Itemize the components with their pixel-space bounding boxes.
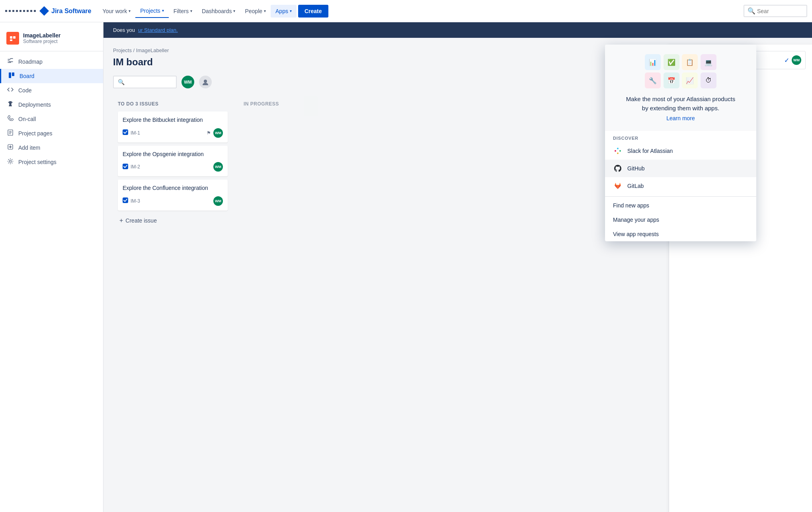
card-avatar: WM bbox=[213, 128, 223, 138]
project-header[interactable]: ImageLabeller Software project bbox=[0, 29, 103, 51]
roadmap-icon bbox=[6, 58, 14, 66]
create-issue-button[interactable]: + Create issue bbox=[118, 214, 228, 227]
card-im2-id: IM-2 bbox=[131, 164, 140, 170]
chevron-down-icon: ▾ bbox=[233, 9, 235, 13]
sidebar-label-projectsettings: Project settings bbox=[18, 159, 57, 165]
waffle-menu[interactable] bbox=[5, 10, 36, 12]
svg-rect-3 bbox=[10, 39, 12, 41]
svg-rect-6 bbox=[9, 103, 12, 104]
illus-tile: ⏱ bbox=[701, 72, 716, 88]
apps-item-github[interactable]: GitHub bbox=[605, 160, 756, 177]
board-search-input[interactable] bbox=[125, 79, 164, 85]
filters-nav[interactable]: Filters ▾ bbox=[169, 5, 197, 18]
additem-icon bbox=[6, 144, 14, 152]
sidebar-item-board[interactable]: Board bbox=[0, 69, 103, 83]
jira-logo[interactable]: Jira Software bbox=[39, 6, 91, 16]
svg-point-15 bbox=[204, 80, 207, 83]
oncall-icon bbox=[6, 115, 14, 123]
illus-tile: 📋 bbox=[682, 54, 698, 70]
sidebar-item-roadmap[interactable]: Roadmap bbox=[0, 55, 103, 69]
github-icon bbox=[613, 164, 623, 173]
card-im1-footer: IM-1 ⚑ WM bbox=[123, 128, 223, 138]
your-work-nav[interactable]: Your work ▾ bbox=[98, 5, 135, 18]
project-type: Software project bbox=[23, 39, 61, 44]
sidebar-item-projectpages[interactable]: Project pages bbox=[0, 126, 103, 141]
card-im2-footer: IM-2 WM bbox=[123, 162, 223, 172]
chevron-down-icon: ▾ bbox=[264, 9, 266, 13]
main-content: Does you ur Standard plan. Projects / Im… bbox=[103, 22, 812, 512]
illus-tile: 💻 bbox=[701, 54, 716, 70]
apps-find-new[interactable]: Find new apps bbox=[605, 198, 756, 213]
logo-text: Jira Software bbox=[51, 8, 91, 15]
projectsettings-icon bbox=[6, 158, 14, 166]
svg-point-14 bbox=[10, 160, 12, 162]
code-icon bbox=[6, 86, 14, 94]
checkbox-icon bbox=[123, 129, 128, 136]
board-search[interactable]: 🔍 bbox=[113, 76, 177, 88]
sidebar-item-deployments[interactable]: Deployments bbox=[0, 98, 103, 112]
plus-icon: + bbox=[119, 217, 123, 224]
apps-view-requests[interactable]: View app requests bbox=[605, 227, 756, 241]
apps-item-gitlab-label: GitLab bbox=[627, 183, 644, 189]
card-im2[interactable]: Explore the Opsgenie integration IM-2 WM bbox=[118, 146, 228, 177]
card-im3-title: Explore the Confluence integration bbox=[123, 184, 223, 192]
checkbox-icon bbox=[123, 164, 128, 170]
illus-tile: 🔧 bbox=[645, 72, 661, 88]
apps-dropdown: 📊 ✅ 📋 💻 🔧 📅 📈 ⏱ Make the most of your At… bbox=[605, 45, 756, 241]
sidebar-label-board: Board bbox=[20, 73, 34, 79]
svg-rect-2 bbox=[13, 36, 16, 39]
column-todo: TO DO 3 ISSUES Explore the Bitbucket int… bbox=[113, 96, 232, 232]
sidebar-label-projectpages: Project pages bbox=[18, 130, 53, 137]
sidebar-item-additem[interactable]: Add item bbox=[0, 141, 103, 155]
sidebar-label-deployments: Deployments bbox=[18, 102, 51, 108]
apps-tiles-grid: 📊 ✅ 📋 💻 🔧 📅 📈 ⏱ bbox=[645, 54, 716, 88]
top-navigation: Jira Software Your work ▾ Projects ▾ Fil… bbox=[0, 0, 812, 22]
card-im3[interactable]: Explore the Confluence integration IM-3 … bbox=[118, 180, 228, 211]
card-im1[interactable]: Explore the Bitbucket integration IM-1 ⚑ bbox=[118, 111, 228, 143]
breadcrumb-separator: / bbox=[133, 47, 136, 53]
card-im3-id: IM-3 bbox=[131, 198, 140, 204]
search-bar[interactable]: 🔍 bbox=[744, 5, 807, 17]
banner-link[interactable]: ur Standard plan. bbox=[138, 27, 178, 33]
slack-icon bbox=[613, 146, 623, 156]
breadcrumb-project[interactable]: ImageLabeller bbox=[136, 47, 169, 53]
checkmark-icon: ✓ bbox=[784, 57, 789, 64]
projectpages-icon bbox=[6, 129, 14, 137]
column-inprogress: IN PROGRESS bbox=[239, 96, 318, 116]
sidebar-item-projectsettings[interactable]: Project settings bbox=[0, 155, 103, 169]
apps-item-slack[interactable]: Slack for Atlassian bbox=[605, 142, 756, 160]
chevron-down-icon: ▾ bbox=[190, 9, 192, 13]
upgrade-banner: Does you ur Standard plan. bbox=[103, 22, 812, 38]
sidebar: ImageLabeller Software project Roadmap B… bbox=[0, 22, 103, 512]
card-im1-id: IM-1 bbox=[131, 130, 140, 136]
svg-rect-1 bbox=[10, 36, 12, 39]
apps-discover-header: DISCOVER bbox=[605, 131, 756, 142]
apps-learn-more[interactable]: Learn more bbox=[666, 115, 695, 121]
right-panel-avatar: WM bbox=[792, 55, 801, 65]
people-nav[interactable]: People ▾ bbox=[240, 5, 271, 18]
dashboards-nav[interactable]: Dashboards ▾ bbox=[197, 5, 240, 18]
user-avatar-anon[interactable] bbox=[199, 76, 212, 88]
column-inprogress-header: IN PROGRESS bbox=[244, 101, 314, 107]
user-avatar-wm[interactable]: WM bbox=[182, 76, 194, 88]
apps-nav[interactable]: Apps ▾ bbox=[271, 5, 297, 18]
board-icon bbox=[8, 72, 16, 80]
projects-nav[interactable]: Projects ▾ bbox=[135, 4, 169, 18]
card-im2-title: Explore the Opsgenie integration bbox=[123, 150, 223, 158]
deployments-icon bbox=[6, 101, 14, 109]
sidebar-item-code[interactable]: Code bbox=[0, 83, 103, 98]
search-icon: 🔍 bbox=[748, 7, 755, 15]
search-input[interactable] bbox=[757, 8, 797, 14]
apps-item-gitlab[interactable]: GitLab bbox=[605, 177, 756, 195]
breadcrumb-projects[interactable]: Projects bbox=[113, 47, 132, 53]
create-button[interactable]: Create bbox=[298, 5, 328, 18]
apps-manage[interactable]: Manage your apps bbox=[605, 213, 756, 227]
svg-rect-21 bbox=[619, 150, 621, 152]
illus-tile: 📊 bbox=[645, 54, 661, 70]
sidebar-item-oncall[interactable]: On-call bbox=[0, 112, 103, 126]
sidebar-label-code: Code bbox=[18, 87, 31, 94]
apps-tagline: Make the most of your Atlassian products… bbox=[626, 95, 735, 113]
banner-text: Does you bbox=[113, 27, 135, 33]
illus-tile: 📈 bbox=[682, 72, 698, 88]
project-name: ImageLabeller bbox=[23, 32, 61, 39]
